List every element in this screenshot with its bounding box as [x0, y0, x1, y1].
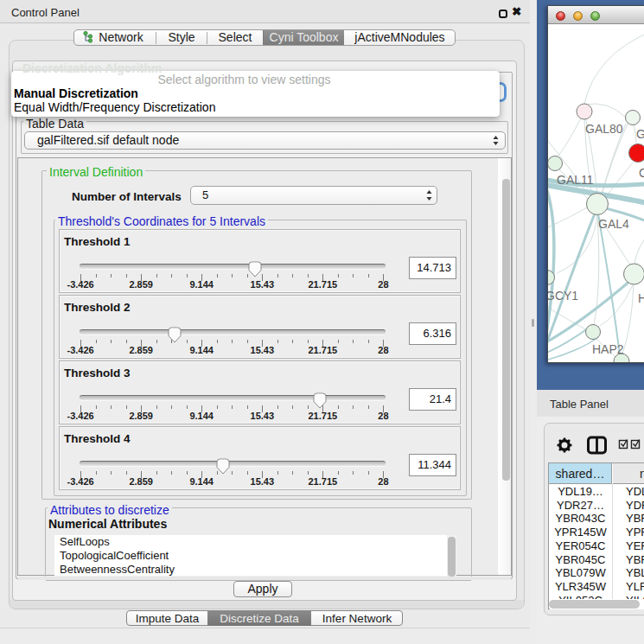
svg-text:GAL11: GAL11 — [557, 173, 594, 187]
svg-text:GAL: GAL — [636, 127, 644, 141]
svg-text:CYC: CYC — [639, 166, 644, 180]
svg-text:GCY1: GCY1 — [548, 289, 578, 303]
svg-text:HAP2: HAP2 — [592, 342, 624, 356]
svg-text:HA: HA — [638, 291, 644, 305]
svg-text:GAL80: GAL80 — [585, 122, 623, 136]
svg-text:GAL4: GAL4 — [598, 217, 629, 231]
